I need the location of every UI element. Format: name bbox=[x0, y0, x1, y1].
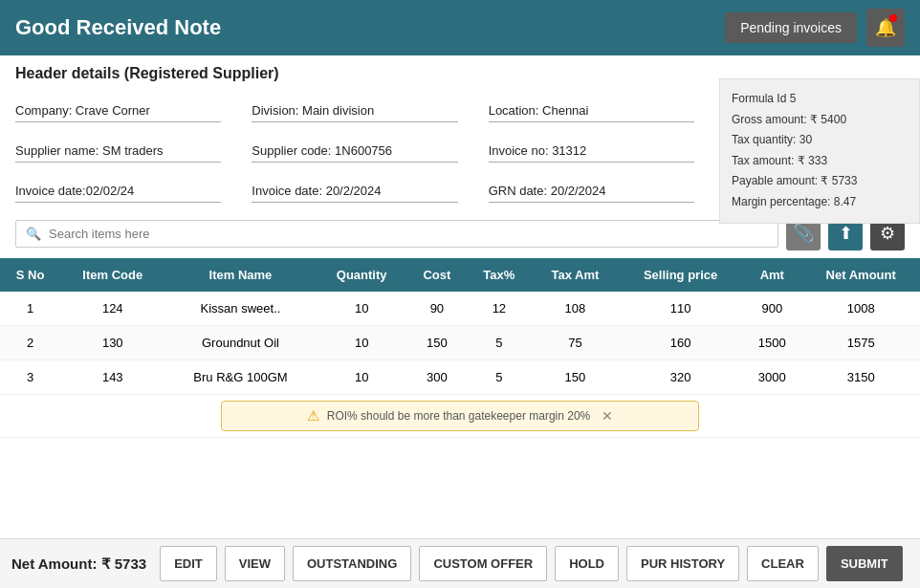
side-panel: Formula Id 5 Gross amount: ₹ 5400 Tax qu… bbox=[719, 78, 920, 224]
warning-row: ⚠ ROI% should be more than gatekeeper ma… bbox=[0, 395, 920, 438]
tax-quantity: Tax quantity: 30 bbox=[732, 130, 908, 151]
items-table: S No Item Code Item Name Quantity Cost T… bbox=[0, 258, 920, 438]
table-header-row: S No Item Code Item Name Quantity Cost T… bbox=[0, 258, 920, 292]
close-warning-button[interactable]: ✕ bbox=[602, 408, 613, 424]
bottom-bar: Net Amount: ₹ 5733 EDIT VIEW OUTSTANDING… bbox=[0, 538, 920, 588]
outstanding-button[interactable]: OUTSTANDING bbox=[293, 546, 411, 581]
col-item-name: Item Name bbox=[164, 258, 316, 292]
warning-message: ROI% should be more than gatekeeper marg… bbox=[327, 409, 591, 423]
warning-banner: ⚠ ROI% should be more than gatekeeper ma… bbox=[221, 401, 699, 431]
top-header: Good Received Note Pending invoices 🔔 bbox=[0, 0, 920, 55]
col-tax-amt: Tax Amt bbox=[532, 258, 619, 292]
col-sno: S No bbox=[0, 258, 60, 292]
pur-history-button[interactable]: PUR HISTORY bbox=[626, 546, 739, 581]
header-right: Pending invoices 🔔 bbox=[725, 9, 905, 47]
invoice-date1-field: Invoice date:02/02/24 bbox=[15, 168, 221, 203]
pending-invoices-button[interactable]: Pending invoices bbox=[725, 12, 857, 43]
table-row[interactable]: 3143Bru R&G 100GM10300515032030003150 bbox=[0, 360, 920, 395]
supplier-code-field: Supplier code: 1N600756 bbox=[252, 128, 457, 163]
col-net-amount: Net Amount bbox=[801, 258, 920, 292]
col-item-code: Item Code bbox=[60, 258, 164, 292]
col-cost: Cost bbox=[407, 258, 467, 292]
col-selling-price: Selling price bbox=[619, 258, 742, 292]
table-row[interactable]: 2130Groundnut Oil1015057516015001575 bbox=[0, 326, 920, 360]
form-area: Company: Crave Corner Division: Main div… bbox=[0, 88, 920, 208]
search-icon: 🔍 bbox=[26, 227, 41, 241]
payable-amount: Payable amount: ₹ 5733 bbox=[732, 171, 908, 192]
table-area: S No Item Code Item Name Quantity Cost T… bbox=[0, 258, 920, 538]
search-bar[interactable]: 🔍 bbox=[15, 220, 778, 248]
page-title: Good Received Note bbox=[15, 15, 221, 40]
search-input[interactable] bbox=[49, 227, 768, 241]
submit-button[interactable]: SUBMIT bbox=[826, 546, 903, 581]
supplier-name-field: Supplier name: SM traders bbox=[15, 128, 221, 163]
invoice-no-field: Invoice no: 31312 bbox=[489, 128, 694, 163]
edit-button[interactable]: EDIT bbox=[160, 546, 217, 581]
clear-button[interactable]: CLEAR bbox=[747, 546, 819, 581]
location-field: Location: Chennai bbox=[489, 88, 694, 122]
tax-amount: Tax amount: ₹ 333 bbox=[732, 151, 908, 172]
col-tax-pct: Tax% bbox=[467, 258, 532, 292]
company-field: Company: Crave Corner bbox=[15, 88, 221, 122]
grn-date-field: GRN date: 20/2/2024 bbox=[489, 168, 694, 203]
formula-id: Formula Id 5 bbox=[732, 89, 908, 110]
gross-amount: Gross amount: ₹ 5400 bbox=[732, 110, 908, 131]
net-amount-label: Net Amount: ₹ 5733 bbox=[11, 555, 146, 573]
custom-offer-button[interactable]: CUSTOM OFFER bbox=[419, 546, 547, 581]
col-quantity: Quantity bbox=[317, 258, 407, 292]
hold-button[interactable]: HOLD bbox=[555, 546, 619, 581]
table-row[interactable]: 1124Kissan sweet..1090121081109001008 bbox=[0, 292, 920, 326]
notification-button[interactable]: 🔔 bbox=[866, 9, 905, 47]
invoice-date2-field: Invoice date: 20/2/2024 bbox=[252, 168, 457, 203]
notification-dot bbox=[889, 14, 897, 22]
view-button[interactable]: VIEW bbox=[225, 546, 285, 581]
warning-icon: ⚠ bbox=[307, 407, 319, 425]
division-field: Division: Main division bbox=[252, 88, 457, 122]
margin-percentage: Margin percentage: 8.47 bbox=[732, 192, 908, 213]
col-amt: Amt bbox=[742, 258, 801, 292]
